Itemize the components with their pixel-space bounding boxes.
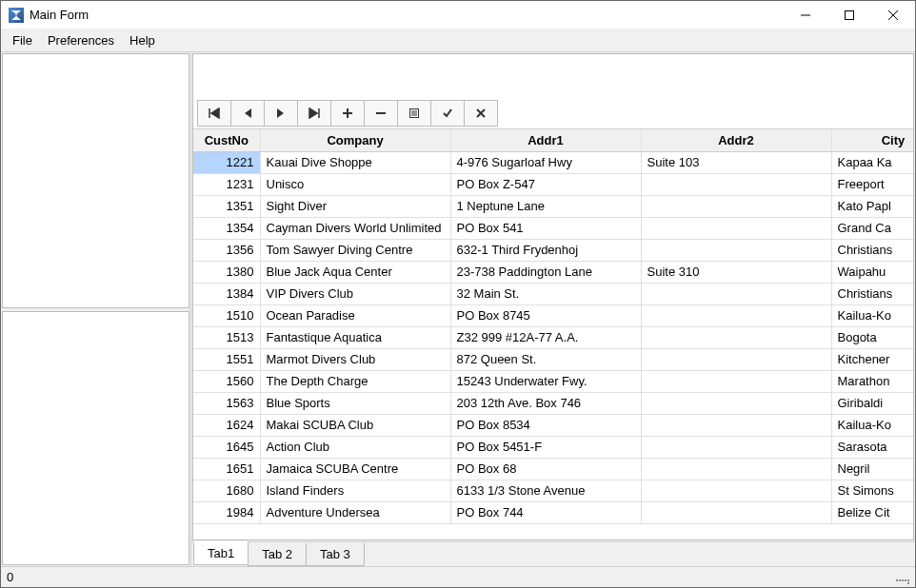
cell-addr2[interactable]	[641, 173, 831, 195]
cell-addr2[interactable]	[641, 370, 831, 392]
cell-company[interactable]: The Depth Charge	[260, 370, 450, 392]
cell-company[interactable]: Blue Jack Aqua Center	[260, 261, 450, 283]
cell-addr2[interactable]	[641, 239, 831, 261]
col-header-city[interactable]: City	[831, 129, 913, 151]
cell-city[interactable]: Waipahu	[831, 261, 913, 283]
table-row[interactable]: 1551Marmot Divers Club872 Queen St.Kitch…	[193, 348, 913, 370]
cell-addr2[interactable]	[641, 348, 831, 370]
cell-company[interactable]: Adventure Undersea	[260, 501, 450, 523]
cell-addr2[interactable]	[641, 217, 831, 239]
cell-company[interactable]: Blue Sports	[260, 392, 450, 414]
table-row[interactable]: 1380Blue Jack Aqua Center23-738 Paddingt…	[193, 261, 913, 283]
maximize-button[interactable]	[827, 1, 871, 29]
cell-custno[interactable]: 1645	[193, 436, 260, 458]
cell-city[interactable]: Marathon	[831, 370, 913, 392]
cell-addr1[interactable]: PO Box 5451-F	[450, 436, 641, 458]
cell-custno[interactable]: 1354	[193, 217, 260, 239]
cell-custno[interactable]: 1551	[193, 348, 260, 370]
cell-custno[interactable]: 1221	[193, 151, 260, 173]
cell-custno[interactable]: 1351	[193, 195, 260, 217]
cell-company[interactable]: Makai SCUBA Club	[260, 414, 450, 436]
table-row[interactable]: 1221Kauai Dive Shoppe4-976 Sugarloaf Hwy…	[193, 151, 913, 173]
cell-city[interactable]: Giribaldi	[831, 392, 913, 414]
cell-addr2[interactable]	[641, 195, 831, 217]
cell-city[interactable]: Kitchener	[831, 348, 913, 370]
cell-custno[interactable]: 1510	[193, 304, 260, 326]
cell-addr2[interactable]	[641, 283, 831, 304]
col-header-addr2[interactable]: Addr2	[641, 129, 831, 151]
cell-city[interactable]: Christians	[831, 283, 913, 304]
col-header-custno[interactable]: CustNo	[193, 129, 260, 151]
first-button[interactable]	[197, 100, 231, 127]
cell-city[interactable]: Kato Papl	[831, 195, 913, 217]
edit-button[interactable]	[397, 100, 431, 127]
data-grid[interactable]: CustNo Company Addr1 Addr2 City 1221Kaua…	[193, 128, 913, 539]
cell-city[interactable]: St Simons	[831, 480, 913, 501]
cell-company[interactable]: Jamaica SCUBA Centre	[260, 458, 450, 480]
cell-city[interactable]: Kailua-Ko	[831, 304, 913, 326]
cell-city[interactable]: Belize Cit	[831, 501, 913, 523]
cell-custno[interactable]: 1680	[193, 480, 260, 501]
cell-addr1[interactable]: Z32 999 #12A-77 A.A.	[450, 326, 641, 348]
cell-addr2[interactable]: Suite 310	[641, 261, 831, 283]
cell-addr1[interactable]: 872 Queen St.	[450, 348, 641, 370]
menu-file[interactable]: File	[5, 31, 40, 49]
cell-addr1[interactable]: 4-976 Sugarloaf Hwy	[450, 151, 641, 173]
cell-company[interactable]: Unisco	[260, 173, 450, 195]
col-header-addr1[interactable]: Addr1	[450, 129, 641, 151]
cell-addr1[interactable]: 6133 1/3 Stone Avenue	[450, 480, 641, 501]
cell-addr1[interactable]: 32 Main St.	[450, 283, 641, 304]
table-row[interactable]: 1356Tom Sawyer Diving Centre632-1 Third …	[193, 239, 913, 261]
table-row[interactable]: 1984Adventure UnderseaPO Box 744Belize C…	[193, 501, 913, 523]
table-row[interactable]: 1510Ocean ParadisePO Box 8745Kailua-Ko	[193, 304, 913, 326]
menu-preferences[interactable]: Preferences	[40, 31, 122, 49]
table-row[interactable]: 1560The Depth Charge15243 Underwater Fwy…	[193, 370, 913, 392]
cancel-button[interactable]	[464, 100, 498, 127]
menu-help[interactable]: Help	[122, 31, 163, 49]
cell-addr2[interactable]	[641, 436, 831, 458]
cell-company[interactable]: Kauai Dive Shoppe	[260, 151, 450, 173]
cell-city[interactable]: Christians	[831, 239, 913, 261]
cell-custno[interactable]: 1356	[193, 239, 260, 261]
cell-custno[interactable]: 1384	[193, 283, 260, 304]
cell-addr2[interactable]	[641, 458, 831, 480]
col-header-company[interactable]: Company	[260, 129, 450, 151]
cell-city[interactable]: Negril	[831, 458, 913, 480]
next-button[interactable]	[264, 100, 298, 127]
table-row[interactable]: 1231UniscoPO Box Z-547Freeport	[193, 173, 913, 195]
cell-company[interactable]: Sight Diver	[260, 195, 450, 217]
cell-custno[interactable]: 1380	[193, 261, 260, 283]
cell-city[interactable]: Kapaa Ka	[831, 151, 913, 173]
cell-custno[interactable]: 1984	[193, 501, 260, 523]
table-row[interactable]: 1354Cayman Divers World UnlimitedPO Box …	[193, 217, 913, 239]
delete-button[interactable]	[364, 100, 398, 127]
table-row[interactable]: 1513Fantastique AquaticaZ32 999 #12A-77 …	[193, 326, 913, 348]
cell-company[interactable]: Action Club	[260, 436, 450, 458]
cell-custno[interactable]: 1560	[193, 370, 260, 392]
cell-addr2[interactable]	[641, 501, 831, 523]
cell-addr1[interactable]: PO Box 744	[450, 501, 641, 523]
table-row[interactable]: 1351Sight Diver1 Neptune LaneKato Papl	[193, 195, 913, 217]
cell-addr2[interactable]: Suite 103	[641, 151, 831, 173]
cell-company[interactable]: Fantastique Aquatica	[260, 326, 450, 348]
cell-addr1[interactable]: PO Box 541	[450, 217, 641, 239]
cell-addr1[interactable]: PO Box 8534	[450, 414, 641, 436]
cell-addr2[interactable]	[641, 326, 831, 348]
cell-addr1[interactable]: 1 Neptune Lane	[450, 195, 641, 217]
close-button[interactable]	[871, 1, 915, 29]
cell-addr2[interactable]	[641, 392, 831, 414]
cell-addr1[interactable]: 632-1 Third Frydenhoj	[450, 239, 641, 261]
prev-button[interactable]	[230, 100, 265, 127]
cell-addr1[interactable]: 203 12th Ave. Box 746	[450, 392, 641, 414]
cell-addr2[interactable]	[641, 414, 831, 436]
cell-custno[interactable]: 1624	[193, 414, 260, 436]
last-button[interactable]	[297, 100, 331, 127]
table-row[interactable]: 1624Makai SCUBA ClubPO Box 8534Kailua-Ko	[193, 414, 913, 436]
table-row[interactable]: 1651Jamaica SCUBA CentrePO Box 68Negril	[193, 458, 913, 480]
cell-company[interactable]: Island Finders	[260, 480, 450, 501]
cell-city[interactable]: Kailua-Ko	[831, 414, 913, 436]
cell-addr1[interactable]: PO Box 8745	[450, 304, 641, 326]
cell-company[interactable]: Ocean Paradise	[260, 304, 450, 326]
cell-company[interactable]: Cayman Divers World Unlimited	[260, 217, 450, 239]
tab-1[interactable]: Tab 2	[248, 543, 307, 566]
